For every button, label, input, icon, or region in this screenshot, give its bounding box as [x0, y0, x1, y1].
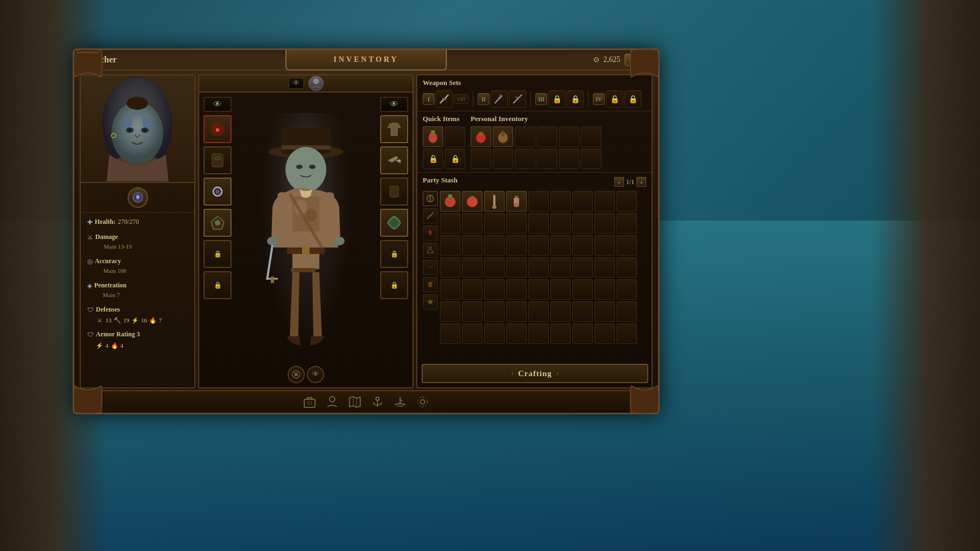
- stash-slot-36[interactable]: [617, 257, 637, 278]
- ws-slot-2a[interactable]: [491, 90, 508, 108]
- stash-slot-55[interactable]: [440, 323, 460, 344]
- equip-bottom-eye[interactable]: 👁: [307, 366, 324, 383]
- personal-slot-11[interactable]: [559, 149, 579, 169]
- ws-slot-1a[interactable]: [436, 90, 453, 108]
- stash-slot-35[interactable]: [594, 257, 615, 278]
- stash-slot-12[interactable]: [484, 213, 505, 234]
- personal-slot-4[interactable]: [537, 126, 557, 147]
- stash-slot-34[interactable]: [572, 257, 593, 278]
- equip-slot-weapon-active[interactable]: ●: [204, 115, 232, 143]
- equip-bottom-cancel[interactable]: [288, 366, 305, 383]
- stash-slot-38[interactable]: [462, 279, 482, 300]
- stash-slot-30[interactable]: [484, 257, 505, 278]
- stash-slot-4[interactable]: [506, 191, 527, 211]
- stash-slot-46[interactable]: [440, 301, 460, 322]
- equip-slot-ring[interactable]: [204, 178, 232, 206]
- stash-slot-1[interactable]: [440, 191, 460, 211]
- stash-slot-17[interactable]: [594, 213, 615, 234]
- stash-slot-44[interactable]: [594, 279, 615, 300]
- stash-slot-14[interactable]: [528, 213, 549, 234]
- class-icon[interactable]: [128, 187, 148, 208]
- stash-slot-23[interactable]: [528, 235, 549, 256]
- quick-slot-2[interactable]: [445, 126, 465, 147]
- equip-eye-toggle[interactable]: 👁: [204, 97, 232, 112]
- stash-slot-42[interactable]: [550, 279, 571, 300]
- personal-slot-5[interactable]: [559, 126, 579, 147]
- stash-slot-9[interactable]: [617, 191, 637, 211]
- tab-character[interactable]: [324, 394, 340, 410]
- stash-slot-13[interactable]: [506, 213, 527, 234]
- equip-slot-7[interactable]: 🔒: [204, 271, 232, 299]
- ws-slot-4b[interactable]: 🔒: [624, 90, 641, 108]
- quick-slot-4[interactable]: 🔒: [445, 149, 465, 169]
- stash-slot-49[interactable]: [506, 301, 527, 322]
- filter-special[interactable]: [423, 294, 438, 309]
- stash-slot-11[interactable]: [462, 213, 482, 234]
- stash-slot-15[interactable]: [550, 213, 571, 234]
- personal-slot-10[interactable]: [537, 149, 557, 169]
- filter-food[interactable]: [423, 277, 438, 292]
- stash-slot-39[interactable]: [484, 279, 505, 300]
- stash-slot-63[interactable]: [617, 323, 637, 344]
- stash-slot-32[interactable]: [528, 257, 549, 278]
- filter-more[interactable]: ···: [423, 260, 438, 275]
- stash-slot-56[interactable]: [462, 323, 482, 344]
- stash-slot-58[interactable]: [506, 323, 527, 344]
- equip-eye-right[interactable]: 👁: [380, 97, 408, 112]
- stash-slot-48[interactable]: [484, 301, 505, 322]
- equip-slot-6[interactable]: 🔒: [204, 240, 232, 268]
- personal-slot-2[interactable]: [493, 126, 513, 147]
- stash-slot-26[interactable]: [594, 235, 615, 256]
- stash-slot-21[interactable]: [484, 235, 505, 256]
- stash-slot-27[interactable]: [617, 235, 637, 256]
- stash-slot-29[interactable]: [462, 257, 482, 278]
- ws-slot-2b[interactable]: [509, 90, 526, 108]
- personal-slot-3[interactable]: [515, 126, 535, 147]
- personal-slot-8[interactable]: [493, 149, 513, 169]
- tab-settings[interactable]: [415, 394, 431, 410]
- stash-slot-61[interactable]: [572, 323, 593, 344]
- equip-slot-r5[interactable]: [380, 209, 408, 237]
- quick-slot-1[interactable]: [423, 126, 443, 147]
- stash-slot-40[interactable]: [506, 279, 527, 300]
- filter-fire[interactable]: [423, 225, 438, 241]
- quick-slot-3[interactable]: 🔒: [423, 149, 443, 169]
- stash-slot-50[interactable]: [528, 301, 549, 322]
- personal-slot-1[interactable]: [471, 126, 491, 147]
- stash-slot-41[interactable]: [528, 279, 549, 300]
- stash-slot-43[interactable]: [572, 279, 593, 300]
- tab-map[interactable]: [347, 394, 363, 410]
- tab-ship[interactable]: [392, 394, 408, 410]
- stash-slot-51[interactable]: [550, 301, 571, 322]
- personal-slot-6[interactable]: [581, 126, 601, 147]
- stash-slot-47[interactable]: [462, 301, 482, 322]
- equip-slot-chest[interactable]: [380, 115, 408, 143]
- stash-slot-22[interactable]: [506, 235, 527, 256]
- stash-slot-25[interactable]: [572, 235, 593, 256]
- stash-slot-52[interactable]: [572, 301, 593, 322]
- stash-next-btn[interactable]: ›: [636, 177, 646, 187]
- equip-slot-ranged[interactable]: [380, 146, 408, 174]
- stash-slot-20[interactable]: [462, 235, 482, 256]
- equip-slot-2[interactable]: [204, 146, 232, 174]
- stash-slot-8[interactable]: [594, 191, 615, 211]
- stash-slot-59[interactable]: [528, 323, 549, 344]
- equip-slot-amulet[interactable]: [204, 209, 232, 237]
- personal-slot-9[interactable]: [515, 149, 535, 169]
- stash-slot-19[interactable]: [440, 235, 460, 256]
- stash-slot-28[interactable]: [440, 257, 460, 278]
- stash-slot-31[interactable]: [506, 257, 527, 278]
- stash-slot-33[interactable]: [550, 257, 571, 278]
- stash-prev-btn[interactable]: ‹: [614, 177, 624, 187]
- stash-slot-18[interactable]: [617, 213, 637, 234]
- stash-slot-45[interactable]: [617, 279, 637, 300]
- stash-slot-62[interactable]: [594, 323, 615, 344]
- stash-slot-16[interactable]: [572, 213, 593, 234]
- filter-potions[interactable]: [423, 243, 438, 258]
- equip-slot-r6[interactable]: 🔒: [380, 240, 408, 268]
- tab-anchor[interactable]: [369, 394, 386, 410]
- stash-slot-7[interactable]: [572, 191, 593, 211]
- stash-slot-6[interactable]: [550, 191, 571, 211]
- crafting-button[interactable]: ‹ Crafting ›: [422, 364, 648, 383]
- filter-all[interactable]: [423, 191, 438, 206]
